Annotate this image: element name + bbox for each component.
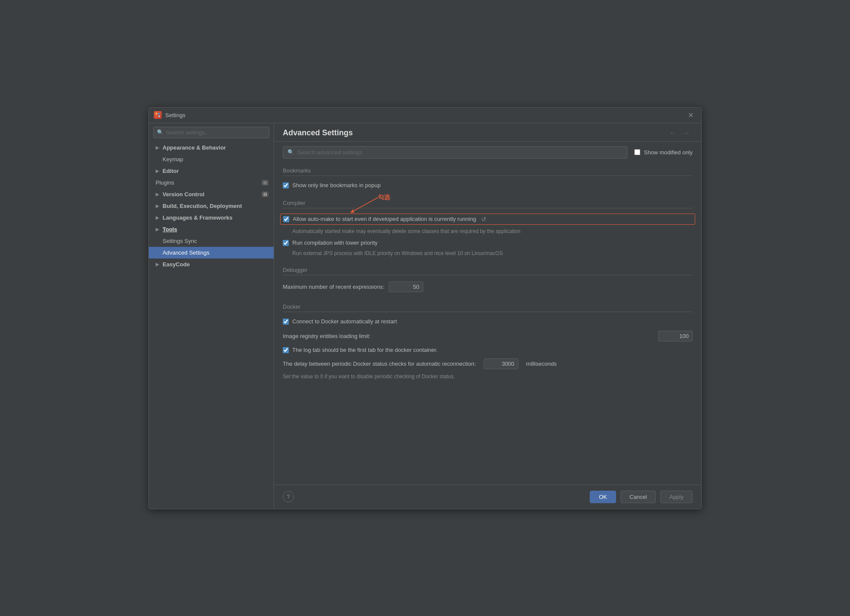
- image-registry-row: Image registry entities loading limit:: [283, 330, 693, 342]
- sidebar-item-editor[interactable]: ▶ Editor: [149, 165, 274, 177]
- panel-title: Advanced Settings: [283, 128, 353, 137]
- help-button[interactable]: ?: [283, 491, 294, 502]
- expand-arrow-icon: ▶: [156, 215, 159, 220]
- version-control-badge: ⊟: [262, 192, 268, 197]
- show-bookmarks-checkbox[interactable]: [283, 182, 289, 188]
- show-modified-checkbox[interactable]: [634, 149, 640, 155]
- nav-forward-button[interactable]: →: [681, 128, 693, 138]
- footer-right: OK Cancel Apply: [590, 491, 693, 503]
- footer: ? OK Cancel Apply: [274, 485, 701, 509]
- sidebar-search-input[interactable]: [166, 129, 265, 136]
- docker-section-title: Docker: [283, 303, 693, 312]
- image-registry-label: Image registry entities loading limit:: [283, 333, 371, 339]
- sidebar-item-label: Advanced Settings: [163, 249, 209, 256]
- nav-arrows: ← →: [667, 128, 693, 138]
- expand-arrow-icon: ▶: [156, 204, 159, 208]
- show-bookmarks-label: Show only line bookmarks in popup: [292, 182, 381, 188]
- sidebar-item-label: Version Control: [163, 191, 205, 198]
- svg-rect-3: [158, 115, 160, 117]
- sidebar-item-advanced-settings[interactable]: Advanced Settings: [149, 247, 274, 259]
- settings-window: Settings ✕ 🔍 ▶ Appearance & Behavior Key…: [148, 107, 702, 509]
- apply-button[interactable]: Apply: [660, 491, 693, 503]
- debugger-section: Debugger Maximum number of recent expres…: [283, 267, 693, 293]
- main-panel: Advanced Settings ← → 🔍 Show modified on…: [274, 123, 701, 509]
- sidebar-item-label: Appearance & Behavior: [163, 144, 226, 151]
- sidebar-item-label: EasyCode: [163, 261, 190, 268]
- plugins-badge: ⊟: [262, 180, 268, 185]
- nav-back-button[interactable]: ←: [667, 128, 679, 138]
- compiler-section-title: Compiler: [283, 200, 693, 208]
- panel-header: Advanced Settings ← →: [274, 123, 701, 142]
- expand-arrow-icon: ▶: [156, 262, 159, 267]
- search-bar-row: 🔍 Show modified only: [274, 142, 701, 163]
- window-title: Settings: [165, 112, 685, 118]
- svg-rect-2: [156, 115, 157, 117]
- expand-arrow-icon: ▶: [156, 227, 159, 232]
- show-bookmarks-row: Show only line bookmarks in popup: [283, 181, 693, 189]
- search-bar[interactable]: 🔍: [283, 146, 627, 159]
- search-icon: 🔍: [157, 129, 163, 135]
- reset-icon[interactable]: ↺: [481, 216, 486, 223]
- docker-auto-connect-label: Connect to Docker automatically at resta…: [292, 318, 397, 325]
- sidebar-item-label: Tools: [163, 226, 177, 233]
- show-modified-label[interactable]: Show modified only: [644, 149, 693, 156]
- search-icon: 🔍: [288, 149, 294, 155]
- titlebar: Settings ✕: [149, 108, 701, 123]
- auto-make-checkbox[interactable]: [283, 216, 289, 222]
- delay-desc: Set the value to 0 if you want to disabl…: [283, 373, 693, 380]
- bookmarks-section: Bookmarks Show only line bookmarks in po…: [283, 167, 693, 189]
- footer-left: ?: [283, 491, 294, 502]
- docker-auto-connect-row: Connect to Docker automatically at resta…: [283, 317, 693, 326]
- svg-rect-0: [156, 113, 157, 115]
- lower-priority-checkbox[interactable]: [283, 240, 289, 246]
- docker-auto-connect-checkbox[interactable]: [283, 319, 289, 325]
- delay-input[interactable]: [484, 358, 518, 369]
- log-tab-label: The log tab should be the first tab for …: [292, 347, 438, 353]
- sidebar-item-label: Build, Execution, Deployment: [163, 203, 242, 209]
- search-input[interactable]: [297, 149, 623, 156]
- show-modified-row: Show modified only: [634, 149, 693, 156]
- sidebar-item-build[interactable]: ▶ Build, Execution, Deployment: [149, 200, 274, 212]
- cancel-button[interactable]: Cancel: [620, 491, 656, 503]
- lower-priority-desc: Run external JPS process with IDLE prior…: [292, 250, 693, 256]
- sidebar-item-easycode[interactable]: ▶ EasyCode: [149, 259, 274, 270]
- log-tab-row: The log tab should be the first tab for …: [283, 346, 693, 354]
- sidebar-item-label: Editor: [163, 168, 179, 174]
- log-tab-checkbox[interactable]: [283, 347, 289, 353]
- delay-suffix: milliseconds: [526, 361, 557, 367]
- sidebar-search-bar[interactable]: 🔍: [153, 127, 269, 138]
- settings-content: Bookmarks Show only line bookmarks in po…: [274, 163, 701, 485]
- sidebar-item-plugins[interactable]: Plugins ⊟: [149, 177, 274, 188]
- sidebar-item-appearance[interactable]: ▶ Appearance & Behavior: [149, 142, 274, 153]
- lower-priority-label: Run compilation with lower priority: [292, 239, 377, 246]
- sidebar-item-label: Settings Sync: [163, 238, 197, 244]
- expand-arrow-icon: ▶: [156, 169, 159, 173]
- app-icon: [154, 111, 162, 119]
- sidebar-item-settings-sync[interactable]: Settings Sync: [149, 235, 274, 247]
- sidebar-item-version-control[interactable]: ▶ Version Control ⊟: [149, 188, 274, 200]
- image-registry-input[interactable]: [658, 331, 693, 342]
- main-content: 🔍 ▶ Appearance & Behavior Keymap ▶ Edito…: [149, 123, 701, 509]
- max-expressions-input[interactable]: [389, 281, 423, 292]
- ok-button[interactable]: OK: [590, 491, 616, 503]
- compiler-section: Compiler 勾选: [283, 200, 693, 256]
- bookmarks-section-title: Bookmarks: [283, 167, 693, 176]
- expand-arrow-icon: ▶: [156, 145, 159, 150]
- sidebar-item-label: Plugins: [156, 179, 174, 186]
- auto-make-label: Allow auto-make to start even if develop…: [293, 216, 476, 222]
- lower-priority-row: Run compilation with lower priority: [283, 239, 693, 247]
- sidebar-item-languages[interactable]: ▶ Languages & Frameworks: [149, 212, 274, 223]
- delay-row: The delay between periodic Docker status…: [283, 357, 693, 370]
- sidebar-item-label: Keymap: [163, 156, 183, 163]
- auto-make-row: Allow auto-make to start even if develop…: [280, 214, 695, 225]
- max-expressions-label: Maximum number of recent expressions:: [283, 284, 384, 290]
- docker-section: Docker Connect to Docker automatically a…: [283, 303, 693, 380]
- sidebar-item-label: Languages & Frameworks: [163, 214, 233, 221]
- close-button[interactable]: ✕: [685, 110, 696, 120]
- sidebar-item-keymap[interactable]: Keymap: [149, 153, 274, 165]
- expand-arrow-icon: ▶: [156, 192, 159, 197]
- auto-make-desc: Automatically started make may eventuall…: [292, 228, 693, 234]
- debugger-section-title: Debugger: [283, 267, 693, 275]
- max-expressions-row: Maximum number of recent expressions:: [283, 281, 693, 293]
- sidebar-item-tools[interactable]: ▶ Tools: [149, 223, 274, 235]
